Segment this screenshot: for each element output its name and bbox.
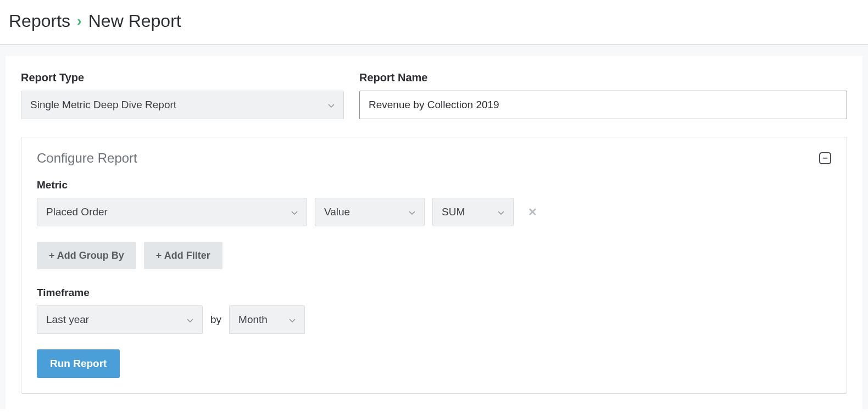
breadcrumb: Reports › New Report <box>9 11 859 31</box>
report-name-group: Report Name <box>359 71 847 119</box>
report-type-select[interactable]: Single Metric Deep Dive Report <box>21 91 344 119</box>
granularity-value: Month <box>238 314 268 326</box>
metric-property-select[interactable]: Value <box>315 198 425 226</box>
report-type-label: Report Type <box>21 71 344 84</box>
caret-down-icon <box>409 206 415 218</box>
config-header: Configure Report − <box>37 151 831 166</box>
configure-report-panel: Configure Report − Metric Placed Order V… <box>21 137 847 394</box>
collapse-button[interactable]: − <box>819 152 831 164</box>
granularity-select[interactable]: Month <box>229 305 305 334</box>
add-group-by-button[interactable]: + Add Group By <box>37 242 136 269</box>
add-filter-button[interactable]: + Add Filter <box>144 242 222 269</box>
metric-property-value: Value <box>324 206 350 218</box>
action-buttons-row: + Add Group By + Add Filter <box>37 242 831 269</box>
report-name-label: Report Name <box>359 71 847 84</box>
metric-select[interactable]: Placed Order <box>37 198 307 226</box>
aggregation-value: SUM <box>442 206 465 218</box>
config-title: Configure Report <box>37 151 137 166</box>
breadcrumb-root[interactable]: Reports <box>9 11 70 31</box>
timeframe-row: Last year by Month <box>37 305 831 334</box>
chevron-right-icon: › <box>77 13 82 30</box>
report-card: Report Type Single Metric Deep Dive Repo… <box>5 56 863 409</box>
run-report-button[interactable]: Run Report <box>37 349 120 378</box>
clear-metric-button[interactable]: ✕ <box>528 205 537 219</box>
minus-icon: − <box>822 153 827 163</box>
report-type-group: Report Type Single Metric Deep Dive Repo… <box>21 71 344 119</box>
metric-value: Placed Order <box>46 206 108 218</box>
metric-label: Metric <box>37 179 831 191</box>
by-label: by <box>210 314 221 326</box>
page-body: Report Type Single Metric Deep Dive Repo… <box>0 45 868 409</box>
report-type-value: Single Metric Deep Dive Report <box>30 99 176 111</box>
timeframe-label: Timeframe <box>37 287 831 299</box>
caret-down-icon <box>498 206 504 218</box>
timeframe-select[interactable]: Last year <box>37 305 203 334</box>
caret-down-icon <box>187 314 193 326</box>
page-header: Reports › New Report <box>0 0 868 44</box>
caret-down-icon <box>291 206 298 218</box>
report-name-input[interactable] <box>359 91 847 119</box>
metric-row: Placed Order Value SUM <box>37 198 831 226</box>
breadcrumb-current: New Report <box>88 11 181 31</box>
timeframe-value: Last year <box>46 314 89 326</box>
caret-down-icon <box>328 99 335 111</box>
top-fields-row: Report Type Single Metric Deep Dive Repo… <box>21 71 847 119</box>
close-icon: ✕ <box>528 206 537 218</box>
aggregation-select[interactable]: SUM <box>432 198 514 226</box>
caret-down-icon <box>289 314 296 326</box>
